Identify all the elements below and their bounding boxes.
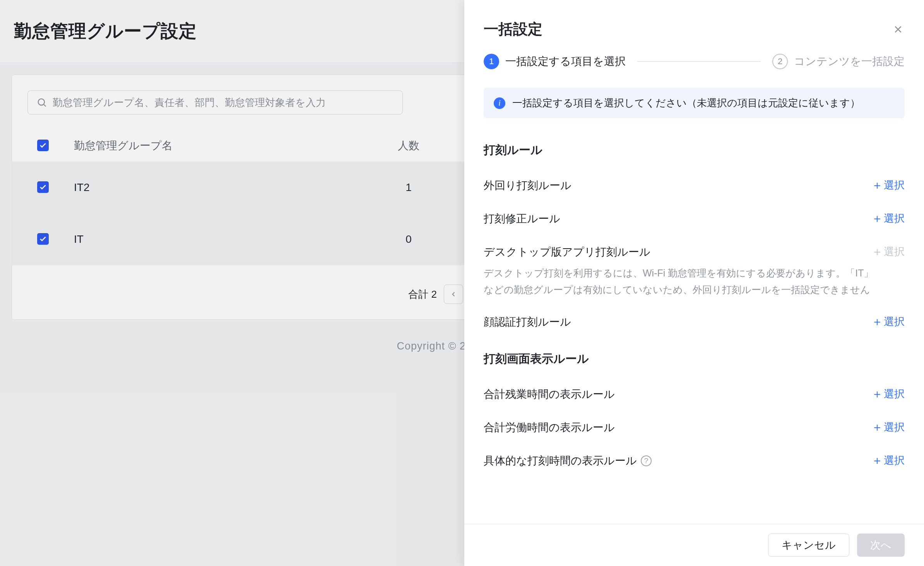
step-1: 1 一括設定する項目を選択 — [484, 54, 626, 69]
chevron-left-icon — [450, 290, 457, 298]
cancel-button[interactable]: キャンセル — [768, 534, 849, 557]
rule-row-desktop: デスクトップ版アプリ打刻ルール ＋選択 — [484, 235, 905, 269]
select-button[interactable]: ＋選択 — [871, 420, 905, 434]
section-title-clock: 打刻ルール — [484, 142, 905, 158]
cell-count: 1 — [383, 162, 434, 213]
step-2-num: 2 — [772, 54, 788, 69]
close-button[interactable] — [891, 23, 905, 36]
col-name: 勤怠管理グループ名 — [74, 130, 383, 162]
rule-label: デスクトップ版アプリ打刻ルール — [484, 245, 650, 259]
cell-name: IT — [74, 213, 383, 265]
col-count: 人数 — [383, 130, 434, 162]
select-button[interactable]: ＋選択 — [871, 315, 905, 329]
rule-row-overtime: 合計残業時間の表示ルール ＋選択 — [484, 378, 905, 411]
pagination-total: 合計 2 — [408, 288, 437, 301]
help-icon[interactable]: ? — [641, 455, 652, 466]
drawer-title: 一括設定 — [484, 19, 542, 39]
drawer-header: 一括設定 — [464, 0, 924, 54]
drawer-body: 打刻ルール 外回り打刻ルール ＋選択 打刻修正ルール ＋選択 デスクトップ版アプ… — [464, 137, 924, 524]
pagination-prev[interactable] — [444, 285, 463, 304]
checkbox-row[interactable] — [37, 233, 49, 245]
search-icon — [36, 97, 47, 108]
checkbox-row[interactable] — [37, 181, 49, 193]
step-1-label: 一括設定する項目を選択 — [505, 54, 626, 69]
select-button-disabled: ＋選択 — [871, 245, 905, 259]
svg-line-1 — [44, 104, 46, 106]
cell-name: IT2 — [74, 162, 383, 213]
plus-icon: ＋ — [871, 246, 883, 257]
search-input[interactable]: 勤怠管理グループ名、責任者、部門、勤怠管理対象者を入力 — [27, 90, 403, 114]
info-icon: i — [494, 97, 505, 109]
plus-icon: ＋ — [871, 179, 883, 191]
rule-row-detail: 具体的な打刻時間の表示ルール ? ＋選択 — [484, 444, 905, 477]
plus-icon: ＋ — [871, 421, 883, 433]
rule-label: 顔認証打刻ルール — [484, 315, 571, 329]
cell-count: 0 — [383, 213, 434, 265]
alert-text: 一括設定する項目を選択してください（未選択の項目は元設定に従います） — [512, 96, 860, 110]
bulk-settings-drawer: 一括設定 1 一括設定する項目を選択 2 コンテンツを一括設定 i 一括設定する… — [464, 0, 924, 566]
rule-label: 合計労働時間の表示ルール — [484, 420, 615, 435]
search-placeholder: 勤怠管理グループ名、責任者、部門、勤怠管理対象者を入力 — [53, 96, 326, 109]
rule-row-ext: 外回り打刻ルール ＋選択 — [484, 169, 905, 202]
rule-row-fix: 打刻修正ルール ＋選択 — [484, 202, 905, 235]
close-icon — [892, 24, 904, 35]
select-button[interactable]: ＋選択 — [871, 211, 905, 225]
rule-row-face: 顔認証打刻ルール ＋選択 — [484, 305, 905, 339]
drawer-footer: キャンセル 次へ — [464, 524, 924, 566]
rule-label: 具体的な打刻時間の表示ルール ? — [484, 453, 652, 468]
plus-icon: ＋ — [871, 388, 883, 400]
step-2: 2 コンテンツを一括設定 — [772, 54, 905, 69]
plus-icon: ＋ — [871, 316, 883, 327]
select-button[interactable]: ＋選択 — [871, 453, 905, 467]
rule-desc-desktop: デスクトップ打刻を利用するには、Wi-Fi 勤怠管理を有効にする必要があります。… — [484, 265, 878, 298]
next-button[interactable]: 次へ — [857, 534, 905, 557]
steps: 1 一括設定する項目を選択 2 コンテンツを一括設定 — [464, 54, 924, 88]
rule-label: 外回り打刻ルール — [484, 178, 572, 193]
section-title-display: 打刻画面表示ルール — [484, 351, 905, 367]
plus-icon: ＋ — [871, 213, 883, 224]
rule-label: 合計残業時間の表示ルール — [484, 387, 615, 402]
select-button[interactable]: ＋選択 — [871, 178, 905, 192]
info-alert: i 一括設定する項目を選択してください（未選択の項目は元設定に従います） — [484, 88, 905, 118]
checkbox-all[interactable] — [37, 140, 49, 151]
rule-label: 打刻修正ルール — [484, 211, 560, 226]
plus-icon: ＋ — [871, 455, 883, 466]
select-button[interactable]: ＋選択 — [871, 387, 905, 401]
rule-row-work: 合計労働時間の表示ルール ＋選択 — [484, 411, 905, 444]
step-divider — [637, 61, 761, 62]
svg-point-0 — [38, 99, 44, 105]
step-1-num: 1 — [484, 54, 499, 69]
step-2-label: コンテンツを一括設定 — [794, 54, 905, 69]
